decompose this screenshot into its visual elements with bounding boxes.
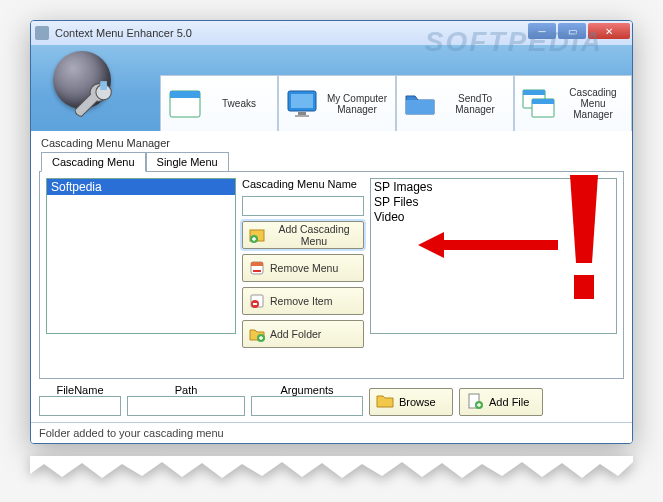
close-button[interactable]: ✕: [588, 23, 630, 39]
svg-rect-10: [523, 90, 545, 95]
folder-icon: [376, 393, 394, 411]
browse-button[interactable]: Browse: [369, 388, 453, 416]
filename-input[interactable]: [39, 396, 121, 416]
svg-rect-8: [406, 100, 434, 114]
cascading-windows-icon: [521, 86, 557, 122]
svg-rect-17: [253, 270, 261, 272]
folder-icon: [403, 86, 439, 122]
minimize-button[interactable]: ─: [528, 23, 556, 39]
status-bar: Folder added to your cascading menu: [31, 422, 632, 443]
remove-item-button[interactable]: Remove Item: [242, 287, 364, 315]
add-icon: [248, 226, 266, 244]
window-title: Context Menu Enhancer 5.0: [55, 27, 192, 39]
items-list[interactable]: SP Images SP Files Video: [370, 178, 617, 334]
remove-item-icon: [248, 292, 266, 310]
subtab-cascading-menu[interactable]: Cascading Menu: [41, 152, 146, 172]
folder-add-icon: [248, 325, 266, 343]
cascading-menu-list[interactable]: Softpedia: [46, 178, 236, 334]
subtab-single-menu[interactable]: Single Menu: [146, 152, 229, 172]
svg-rect-6: [298, 112, 306, 115]
maximize-button[interactable]: ▭: [558, 23, 586, 39]
remove-icon: [248, 259, 266, 277]
svg-rect-20: [253, 303, 257, 305]
file-add-icon: [466, 393, 484, 411]
tab-cascading[interactable]: Cascading Menu Manager: [514, 75, 632, 131]
svg-rect-7: [295, 115, 309, 117]
list-item[interactable]: SP Files: [374, 195, 613, 210]
add-cascading-menu-button[interactable]: Add Cascading Menu: [242, 221, 364, 249]
svg-rect-16: [251, 262, 263, 266]
status-text: Folder added to your cascading menu: [39, 427, 224, 439]
titlebar[interactable]: Context Menu Enhancer 5.0 ─ ▭ ✕: [31, 21, 632, 45]
list-item[interactable]: Video: [374, 210, 613, 225]
cascading-menu-name-input[interactable]: [242, 196, 364, 216]
list-item[interactable]: Softpedia: [47, 179, 235, 195]
tab-tweaks[interactable]: Tweaks: [160, 75, 278, 131]
path-label: Path: [175, 384, 198, 396]
add-file-button[interactable]: Add File: [459, 388, 543, 416]
app-window: Context Menu Enhancer 5.0 ─ ▭ ✕ Tweaks M…: [30, 20, 633, 444]
wrench-icon: [75, 79, 119, 123]
main-panel: Softpedia Cascading Menu Name Add Cascad…: [39, 171, 624, 379]
monitor-icon: [285, 86, 321, 122]
svg-rect-5: [291, 94, 313, 108]
tab-my-computer[interactable]: My Computer Manager: [278, 75, 396, 131]
app-icon: [35, 26, 49, 40]
remove-menu-button[interactable]: Remove Menu: [242, 254, 364, 282]
nav-tabs: Tweaks My Computer Manager SendTo Manage…: [160, 75, 632, 131]
section-title: Cascading Menu Manager: [41, 137, 624, 149]
path-input[interactable]: [127, 396, 245, 416]
banner: Tweaks My Computer Manager SendTo Manage…: [31, 45, 632, 131]
tab-sendto[interactable]: SendTo Manager: [396, 75, 514, 131]
arguments-label: Arguments: [280, 384, 333, 396]
svg-rect-3: [170, 91, 200, 98]
window-icon: [167, 86, 203, 122]
svg-rect-12: [532, 99, 554, 104]
filename-label: FileName: [56, 384, 103, 396]
arguments-input[interactable]: [251, 396, 363, 416]
name-label: Cascading Menu Name: [242, 178, 364, 190]
torn-edge-decoration: [30, 456, 633, 484]
svg-rect-1: [100, 81, 107, 90]
add-folder-button[interactable]: Add Folder: [242, 320, 364, 348]
list-item[interactable]: SP Images: [374, 180, 613, 195]
